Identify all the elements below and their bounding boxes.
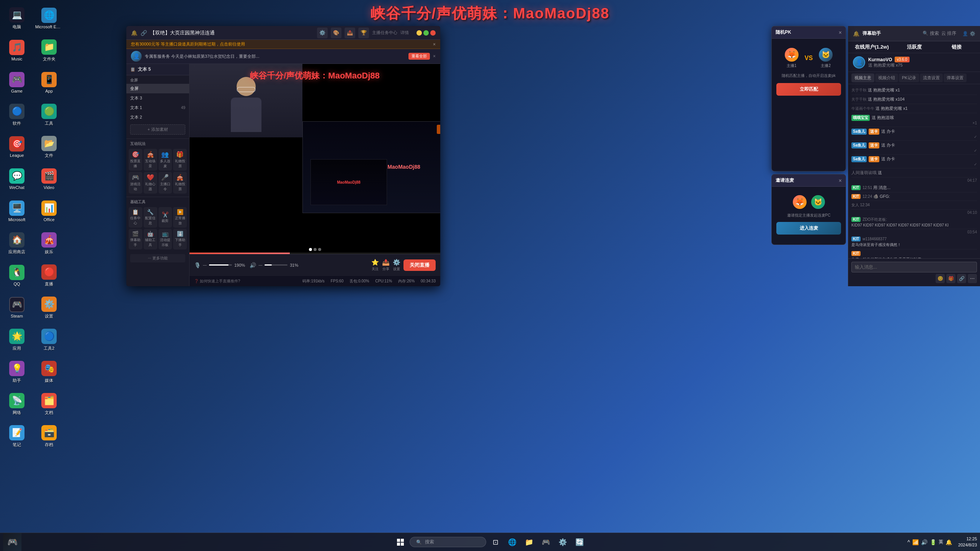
- desktop-icon[interactable]: 🎬 Video: [34, 164, 64, 194]
- gift-vote-btn[interactable]: 🎁 礼物投票: [173, 149, 187, 171]
- share-icon-btn[interactable]: 📤: [345, 28, 355, 38]
- maximize-btn[interactable]: [423, 30, 429, 36]
- help-link[interactable]: ❓ 如何快速上手直播推件?: [194, 279, 240, 284]
- taskbar-game-btn[interactable]: 🎮: [538, 535, 554, 550]
- desktop-icon[interactable]: 🐧 QQ: [2, 260, 32, 291]
- tray-lang-icon[interactable]: 英: [939, 539, 943, 545]
- desktop-icon[interactable]: 💻 电脑: [2, 3, 32, 34]
- danmaku-helper-btn[interactable]: 🎬 弹幕助手: [129, 229, 142, 249]
- desktop-icon[interactable]: 🔵 工具2: [34, 324, 64, 355]
- tray-notification-icon[interactable]: 🔔: [946, 539, 952, 545]
- desktop-icon[interactable]: 🎵 Music: [2, 35, 32, 66]
- host-command-btn[interactable]: 🎤 主播口令: [158, 172, 172, 194]
- normal-play-btn[interactable]: ▶️ 正常播放: [173, 207, 187, 228]
- start-pk-btn[interactable]: 立即匹配: [776, 83, 841, 96]
- tray-volume-icon[interactable]: 🔊: [921, 539, 928, 545]
- join-invite-btn[interactable]: 进入连麦: [776, 222, 841, 235]
- notification-close-btn[interactable]: ×: [433, 42, 436, 47]
- taskbar-update-btn[interactable]: 🔄: [572, 535, 587, 550]
- taskbar-search[interactable]: 🔍 搜索: [410, 537, 486, 547]
- desktop-icon[interactable]: 📊 Office: [34, 196, 64, 227]
- steam-taskbar-icon[interactable]: 🎮: [3, 533, 21, 551]
- desktop-icon[interactable]: 🗃️ 存档: [34, 421, 64, 452]
- desktop-icon[interactable]: 🎭 媒体: [34, 357, 64, 387]
- chat-input[interactable]: [851, 262, 977, 272]
- desktop-icon[interactable]: 🎮 Game: [2, 67, 32, 98]
- desktop-icon[interactable]: 🖥️ Microsoft: [2, 196, 32, 227]
- mic-slider[interactable]: [209, 264, 232, 266]
- desktop-icon[interactable]: 🟢 工具: [34, 99, 64, 130]
- desktop-icon[interactable]: 🔴 直播: [34, 260, 64, 291]
- taskbar-settings-btn[interactable]: ⚙️: [555, 535, 570, 550]
- scene-item-text3[interactable]: 文本 3: [126, 93, 189, 103]
- vote-live-btn[interactable]: 🎯 投票直播: [129, 149, 142, 171]
- end-stream-btn[interactable]: ⬇️ 下播助手: [173, 229, 187, 249]
- taskbar-folder-btn[interactable]: 📁: [521, 535, 537, 550]
- danmaku-settings-tab[interactable]: 弹幕设置: [944, 73, 967, 82]
- favorites-btn[interactable]: ⭐ 关注: [371, 259, 379, 272]
- desktop-icon[interactable]: 📱 App: [34, 67, 64, 98]
- scene-item-fullscreen[interactable]: 全屏: [126, 84, 189, 93]
- desktop-icon[interactable]: 📝 笔记: [2, 421, 32, 452]
- desktop-icon[interactable]: 🎪 娱乐: [34, 228, 64, 259]
- gift-btn[interactable]: 🎁: [946, 274, 956, 283]
- emoji-btn[interactable]: 😊: [936, 274, 945, 283]
- desktop-icon[interactable]: 🌟 应用: [2, 324, 32, 355]
- multi-connect-btn[interactable]: 👥 多人连麦: [158, 149, 172, 171]
- desktop-icon[interactable]: 💬 WeChat: [2, 164, 32, 194]
- desktop-icon[interactable]: 💡 助手: [2, 357, 32, 387]
- crop-btn[interactable]: ✂️ 裁剪: [158, 207, 172, 228]
- settings-btn[interactable]: ⚙️ 设置: [393, 259, 400, 272]
- gift-wish-btn[interactable]: ❤️ 礼物心愿: [144, 172, 157, 194]
- more-btn[interactable]: ⋯: [968, 274, 977, 283]
- tray-expand-btn[interactable]: ^: [907, 539, 910, 545]
- pk-record-tab[interactable]: 视频介绍: [875, 73, 898, 82]
- minimize-btn[interactable]: [416, 30, 422, 36]
- config-info-btn[interactable]: 🔧 配置信息: [144, 207, 157, 228]
- desktop-icon[interactable]: 📂 文件: [34, 132, 64, 162]
- video-intro-tab[interactable]: 视频主意: [851, 73, 874, 82]
- service-close-btn[interactable]: ×: [433, 54, 436, 59]
- desktop-icon[interactable]: 📡 网络: [2, 389, 32, 419]
- chat-msg: Sa鱼儿 送卡 送 办卡 ✓: [851, 141, 977, 155]
- task-center-tool-btn[interactable]: 📋 任务中心: [129, 207, 142, 228]
- desktop-icon[interactable]: 🎯 League: [2, 132, 32, 162]
- sort-icon[interactable]: 云 排序: [941, 30, 956, 37]
- service-action-btn[interactable]: 重看全部: [408, 53, 430, 60]
- stop-live-btn[interactable]: 关闭直播: [403, 259, 436, 271]
- interactive-scene-btn[interactable]: 🎪 互动场景: [144, 149, 157, 171]
- music-slider[interactable]: [265, 264, 287, 266]
- link-btn[interactable]: 🔗: [957, 274, 966, 283]
- desktop-icon[interactable]: 📁 文件夹: [34, 35, 64, 66]
- desktop-icon[interactable]: 🔵 软件: [2, 99, 32, 130]
- task-center-btn[interactable]: 🏆: [358, 28, 369, 38]
- settings-icon-btn2[interactable]: ⚙️: [970, 31, 975, 36]
- game-activity-btn[interactable]: 🎮 游戏活动: [129, 172, 142, 194]
- add-material-btn[interactable]: + 添加素材: [130, 124, 185, 135]
- scene-item-text1[interactable]: 文本 1 49: [126, 103, 189, 112]
- start-button[interactable]: [393, 535, 408, 550]
- more-tools-btn[interactable]: ··· 更多功能: [130, 254, 185, 262]
- taskbar-clock[interactable]: 12:25 2024/8/23: [958, 536, 977, 548]
- desktop-icon[interactable]: 🗂️ 文档: [34, 389, 64, 419]
- theme-icon-btn[interactable]: 🎨: [331, 28, 341, 38]
- settings-icon-btn[interactable]: ⚙️: [317, 28, 328, 38]
- desktop-icon[interactable]: 🏠 应用商店: [2, 228, 32, 259]
- search-icon[interactable]: 🔍 搜索: [923, 30, 939, 37]
- chat-settings-tab[interactable]: PK记录: [899, 73, 919, 82]
- taskbar-browser-btn[interactable]: 🌐: [505, 535, 520, 550]
- desktop-icon[interactable]: 🎮 Steam: [2, 292, 32, 323]
- activity-board-btn[interactable]: 📺 活动提示板: [158, 229, 172, 249]
- invite-panel-close-btn[interactable]: ×: [839, 178, 842, 184]
- chat-settings2-tab[interactable]: 流查设置: [920, 73, 943, 82]
- close-btn[interactable]: [430, 30, 436, 36]
- assist-tool-btn[interactable]: 🤖 辅助工具: [144, 229, 157, 249]
- share-btn[interactable]: 📤 分享: [382, 259, 390, 272]
- user-icon-btn[interactable]: 👤: [962, 31, 968, 36]
- pk-panel-close-btn[interactable]: ×: [839, 29, 842, 36]
- desktop-icon[interactable]: ⚙️ 设置: [34, 292, 64, 323]
- desktop-icon[interactable]: 🌐 Microsoft Edge: [34, 3, 64, 34]
- scene-item-text2[interactable]: 文本 2: [126, 112, 189, 122]
- gift-vote2-btn[interactable]: 🎪 礼物投票: [173, 172, 187, 194]
- task-view-btn[interactable]: ⊡: [488, 535, 503, 550]
